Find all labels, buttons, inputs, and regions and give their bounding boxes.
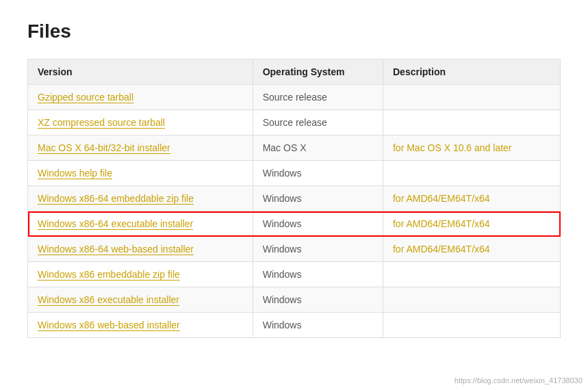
- files-table: Version Operating System Description Gzi…: [27, 59, 561, 338]
- version-link[interactable]: Mac OS X 64-bit/32-bit installer: [38, 142, 170, 154]
- cell-version: Windows x86-64 embeddable zip file: [28, 186, 253, 211]
- table-row: Windows x86-64 embeddable zip fileWindow…: [28, 186, 561, 211]
- column-header-os: Operating System: [253, 60, 383, 85]
- cell-os: Source release: [253, 85, 383, 110]
- cell-version: Windows help file: [28, 161, 253, 186]
- table-header-row: Version Operating System Description: [28, 60, 561, 85]
- cell-description: [383, 85, 560, 110]
- watermark: https://blog.csdn.net/weixin_41738030: [455, 376, 583, 385]
- version-link[interactable]: Windows help file: [38, 168, 112, 179]
- table-row: Windows x86 embeddable zip fileWindows: [28, 262, 561, 287]
- table-row: XZ compressed source tarballSource relea…: [28, 110, 561, 135]
- column-header-description: Description: [383, 60, 560, 85]
- cell-version: Gzipped source tarball: [28, 85, 253, 110]
- table-row: Windows x86-64 executable installerWindo…: [28, 211, 561, 237]
- cell-os: Windows: [253, 161, 383, 186]
- cell-description: [383, 262, 560, 287]
- cell-os: Windows: [253, 237, 383, 262]
- version-link[interactable]: Windows x86 web-based installer: [38, 320, 180, 331]
- table-row: Windows x86-64 web-based installerWindow…: [28, 237, 561, 262]
- cell-version: Windows x86-64 web-based installer: [28, 237, 253, 262]
- cell-os: Source release: [253, 110, 383, 135]
- cell-description: for AMD64/EM64T/x64: [383, 186, 560, 211]
- version-link[interactable]: Gzipped source tarball: [38, 92, 133, 103]
- table-row: Windows x86 executable installerWindows: [28, 287, 561, 313]
- version-link[interactable]: XZ compressed source tarball: [38, 117, 165, 129]
- cell-version: Windows x86-64 executable installer: [28, 211, 253, 237]
- table-row: Windows x86 web-based installerWindows: [28, 313, 561, 338]
- cell-os: Windows: [253, 313, 383, 338]
- cell-version: Windows x86 embeddable zip file: [28, 262, 253, 287]
- cell-version: Mac OS X 64-bit/32-bit installer: [28, 135, 253, 161]
- cell-description: [383, 313, 560, 338]
- cell-description: for AMD64/EM64T/x64: [383, 237, 560, 262]
- version-link[interactable]: Windows x86 executable installer: [38, 294, 179, 306]
- table-row: Windows help fileWindows: [28, 161, 561, 186]
- cell-os: Windows: [253, 262, 383, 287]
- version-link[interactable]: Windows x86-64 executable installer: [38, 218, 193, 230]
- cell-description: for AMD64/EM64T/x64: [383, 211, 560, 237]
- cell-version: Windows x86 executable installer: [28, 287, 253, 313]
- cell-os: Mac OS X: [253, 135, 383, 161]
- version-link[interactable]: Windows x86-64 web-based installer: [38, 244, 194, 255]
- page-title: Files: [27, 21, 561, 42]
- version-link[interactable]: Windows x86 embeddable zip file: [38, 269, 180, 281]
- cell-os: Windows: [253, 287, 383, 313]
- cell-version: Windows x86 web-based installer: [28, 313, 253, 338]
- table-row: Mac OS X 64-bit/32-bit installerMac OS X…: [28, 135, 561, 161]
- cell-os: Windows: [253, 186, 383, 211]
- cell-description: [383, 161, 560, 186]
- cell-os: Windows: [253, 211, 383, 237]
- cell-description: [383, 287, 560, 313]
- cell-version: XZ compressed source tarball: [28, 110, 253, 135]
- cell-description: for Mac OS X 10.6 and later: [383, 135, 560, 161]
- table-row: Gzipped source tarballSource release: [28, 85, 561, 110]
- cell-description: [383, 110, 560, 135]
- version-link[interactable]: Windows x86-64 embeddable zip file: [38, 193, 194, 205]
- column-header-version: Version: [28, 60, 253, 85]
